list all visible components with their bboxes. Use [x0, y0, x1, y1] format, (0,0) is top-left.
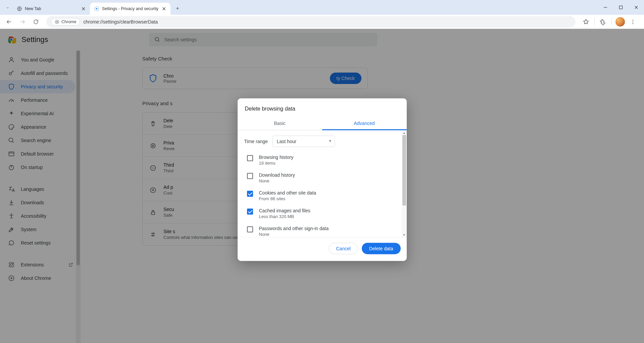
avatar-icon [615, 17, 625, 27]
close-window-button[interactable] [629, 0, 644, 15]
dialog-actions: Cancel Delete data [238, 237, 407, 261]
puzzle-icon [600, 18, 606, 25]
checkbox-row: Passwords and other sign-in dataNone [244, 223, 407, 237]
star-icon [583, 18, 589, 25]
reload-button[interactable] [30, 16, 42, 28]
checkbox-title: Cached images and files [259, 208, 310, 213]
checkbox-sub: 18 items [259, 160, 294, 165]
svg-rect-2 [620, 6, 623, 9]
tab-title: Settings - Privacy and security [102, 6, 158, 11]
checkbox[interactable] [247, 155, 253, 161]
checkbox-title: Cookies and other site data [259, 190, 316, 195]
browser-titlebar: New Tab ✕ Settings - Privacy and securit… [0, 0, 644, 15]
dialog-body: Time range Last hour Browsing history18 … [238, 130, 407, 237]
checkbox-title: Passwords and other sign-in data [259, 225, 329, 231]
tab-title: New Tab [25, 6, 78, 11]
browser-toolbar: Chrome chrome://settings/clearBrowserDat… [0, 15, 644, 29]
settings-page: Settings You and GoogleAutofill and pass… [0, 29, 644, 343]
checkbox-row: Cookies and other site dataFrom 86 sites [244, 187, 407, 205]
tab-settings[interactable]: Settings - Privacy and security ✕ [90, 3, 170, 15]
time-range-select[interactable]: Last hour [273, 135, 335, 147]
site-chip[interactable]: Chrome [51, 18, 80, 26]
checkbox[interactable] [247, 190, 253, 197]
dialog-tabs: Basic Advanced [238, 116, 407, 130]
divider [594, 18, 595, 26]
reload-icon [33, 19, 39, 25]
checkbox-sub: None [259, 178, 295, 183]
checkbox-row: Browsing history18 items [244, 152, 407, 169]
window-controls [598, 0, 644, 15]
url-text: chrome://settings/clearBrowserData [83, 19, 158, 25]
close-icon[interactable]: ✕ [81, 6, 86, 11]
scroll-up-icon[interactable]: ▴ [402, 130, 407, 135]
close-icon[interactable]: ✕ [161, 6, 166, 11]
tab-search-dropdown[interactable] [3, 3, 13, 13]
dialog-scrollbar[interactable]: ▴ ▾ [402, 130, 407, 237]
gear-icon [94, 6, 99, 11]
cancel-button[interactable]: Cancel [329, 243, 358, 254]
checkbox-title: Download history [259, 172, 295, 177]
new-tab-button[interactable] [172, 3, 183, 13]
checkbox[interactable] [247, 173, 253, 179]
chrome-icon [55, 19, 59, 24]
profile-button[interactable] [614, 16, 626, 28]
back-button[interactable] [3, 16, 15, 28]
tab-new-tab[interactable]: New Tab ✕ [13, 3, 90, 15]
time-range-label: Time range [244, 138, 268, 144]
arrow-right-icon [19, 19, 26, 25]
plus-icon [175, 6, 180, 11]
kebab-icon [630, 19, 636, 25]
forward-button[interactable] [17, 16, 28, 28]
svg-point-4 [56, 21, 58, 22]
minimize-button[interactable] [598, 0, 613, 15]
checkbox[interactable] [247, 208, 253, 214]
scrollbar-thumb[interactable] [402, 135, 406, 205]
delete-data-button[interactable]: Delete data [362, 243, 401, 254]
svg-point-6 [633, 21, 634, 22]
extensions-button[interactable] [597, 16, 609, 28]
checkbox-sub: Less than 320 MB [259, 214, 310, 219]
checkbox[interactable] [247, 226, 253, 232]
checkbox-row: Download historyNone [244, 169, 407, 187]
checkbox-sub: From 86 sites [259, 196, 316, 201]
checkbox-row: Cached images and filesLess than 320 MB [244, 205, 407, 223]
tab-advanced[interactable]: Advanced [322, 116, 407, 130]
divider [611, 18, 612, 26]
checkbox-title: Browsing history [259, 154, 294, 160]
checkbox-sub: None [259, 231, 329, 237]
arrow-left-icon [6, 19, 12, 25]
svg-point-5 [633, 19, 634, 20]
svg-point-7 [633, 23, 634, 24]
globe-icon [17, 6, 22, 11]
maximize-button[interactable] [613, 0, 629, 15]
chevron-down-icon [6, 6, 10, 10]
dialog-title: Delete browsing data [238, 98, 407, 116]
address-bar[interactable]: Chrome chrome://settings/clearBrowserDat… [46, 16, 576, 28]
menu-button[interactable] [627, 16, 639, 28]
tab-basic[interactable]: Basic [238, 116, 322, 130]
delete-browsing-data-dialog: Delete browsing data Basic Advanced Time… [238, 98, 407, 261]
chip-label: Chrome [61, 19, 76, 24]
svg-point-1 [96, 8, 97, 9]
bookmark-button[interactable] [580, 16, 592, 28]
scroll-down-icon[interactable]: ▾ [402, 232, 407, 237]
